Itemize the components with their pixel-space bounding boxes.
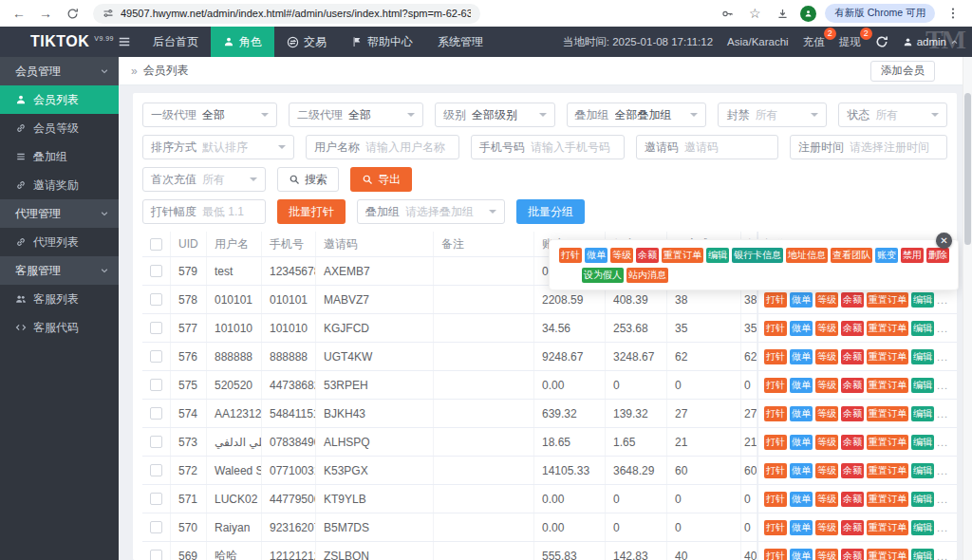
row-action-button[interactable]: 做单	[790, 349, 813, 364]
select-all-checkbox[interactable]	[150, 238, 162, 251]
filter-username-field[interactable]: 用户名称	[306, 135, 459, 159]
row-action-button[interactable]: 等级	[815, 321, 838, 336]
filter-sort-select[interactable]: 排序方式默认排序	[142, 135, 294, 159]
sidebar-item-support-code[interactable]: 客服代码	[0, 313, 119, 342]
row-action-button[interactable]: 等级	[815, 463, 838, 478]
row-action-button[interactable]: 余额	[841, 292, 864, 308]
popup-action-button[interactable]: 做单	[585, 248, 608, 263]
row-action-button[interactable]: 等级	[815, 406, 838, 421]
row-action-button[interactable]: 打针	[764, 321, 787, 336]
row-action-button[interactable]: 编辑	[911, 292, 934, 308]
row-checkbox[interactable]	[150, 521, 162, 533]
row-action-button[interactable]: 做单	[790, 378, 813, 393]
row-checkbox[interactable]	[150, 350, 162, 363]
row-action-button[interactable]: 等级	[815, 492, 838, 507]
filter-first-recharge-select[interactable]: 首次充值所有	[142, 167, 266, 192]
collapse-menu-icon[interactable]	[118, 35, 131, 48]
row-action-button[interactable]: 打针	[764, 378, 787, 393]
sidebar-group-agents[interactable]: 代理管理	[0, 199, 119, 228]
row-more-actions[interactable]: ...	[937, 351, 948, 363]
sidebar-item-stack-group[interactable]: 叠加组	[0, 142, 119, 171]
row-more-actions[interactable]: ...	[937, 551, 948, 560]
invite-code-input[interactable]	[684, 140, 779, 154]
row-checkbox[interactable]	[150, 379, 162, 391]
row-action-button[interactable]: 打针	[764, 463, 787, 478]
row-checkbox[interactable]	[150, 493, 162, 505]
popup-action-button[interactable]: 银行卡信息	[732, 248, 783, 263]
row-action-button[interactable]: 打针	[764, 435, 787, 450]
row-action-button[interactable]: 余额	[841, 435, 864, 450]
row-action-button[interactable]: 编辑	[911, 492, 934, 507]
popup-action-button[interactable]: 打针	[559, 248, 582, 263]
row-action-button[interactable]: 余额	[841, 549, 864, 560]
row-action-button[interactable]: 重置订单	[867, 406, 908, 421]
back-icon[interactable]: ←	[9, 4, 28, 23]
nav-help[interactable]: 帮助中心	[339, 27, 425, 57]
bookmark-star-icon[interactable]: ☆	[745, 4, 764, 23]
row-action-button[interactable]: 重置订单	[867, 321, 908, 336]
row-action-button[interactable]: 编辑	[911, 406, 934, 421]
row-checkbox[interactable]	[150, 322, 162, 334]
filter-stack-group-select[interactable]: 叠加组全部叠加组	[567, 103, 707, 127]
page-scrollbar[interactable]	[963, 57, 972, 560]
inject-range-input[interactable]	[202, 205, 263, 218]
row-action-button[interactable]: 重置订单	[867, 292, 908, 308]
row-checkbox[interactable]	[150, 293, 162, 306]
row-action-button[interactable]: 编辑	[911, 378, 934, 393]
row-action-button[interactable]: 打针	[764, 349, 787, 364]
row-action-button[interactable]: 做单	[790, 406, 813, 421]
row-action-button[interactable]: 打针	[764, 406, 787, 421]
register-time-input[interactable]	[850, 140, 948, 154]
phone-input[interactable]	[531, 140, 626, 154]
forward-icon[interactable]: →	[36, 4, 55, 23]
sidebar-item-member-level[interactable]: 会员等级	[0, 114, 119, 142]
row-action-button[interactable]: 做单	[790, 463, 813, 478]
filter-phone-field[interactable]: 手机号码	[471, 135, 625, 159]
row-action-button[interactable]: 做单	[790, 520, 813, 535]
popup-action-button[interactable]: 查看团队	[831, 248, 872, 263]
sidebar-group-members[interactable]: 会员管理	[0, 57, 119, 85]
download-icon[interactable]	[773, 4, 792, 23]
withdraw-menu[interactable]: 提现2	[839, 35, 861, 49]
row-action-button[interactable]: 打针	[764, 492, 787, 507]
row-action-button[interactable]: 余额	[841, 321, 864, 336]
row-action-button[interactable]: 等级	[815, 292, 838, 308]
filter-level-select[interactable]: 级别全部级别	[435, 103, 554, 127]
nav-trade[interactable]: 交易	[274, 27, 339, 57]
popup-action-button[interactable]: 禁用	[901, 248, 924, 263]
popup-action-button[interactable]: 账变	[875, 248, 898, 263]
row-action-button[interactable]: 重置订单	[867, 549, 908, 560]
row-checkbox[interactable]	[150, 550, 162, 560]
row-action-button[interactable]: 编辑	[911, 435, 934, 450]
row-action-button[interactable]: 余额	[841, 520, 864, 535]
filter-invite-field[interactable]: 邀请码	[636, 135, 778, 159]
row-action-button[interactable]: 编辑	[911, 349, 934, 364]
filter-ban-select[interactable]: 封禁所有	[718, 103, 827, 127]
row-action-button[interactable]: 等级	[815, 520, 838, 535]
sidebar-item-member-list[interactable]: 会员列表	[0, 85, 119, 114]
row-action-button[interactable]: 余额	[841, 378, 864, 393]
row-action-button[interactable]: 重置订单	[867, 435, 908, 450]
refresh-icon[interactable]	[875, 35, 888, 48]
username-input[interactable]	[365, 140, 460, 154]
browser-menu-icon[interactable]	[944, 4, 963, 23]
row-action-button[interactable]: 重置订单	[867, 463, 908, 478]
row-action-button[interactable]: 做单	[790, 435, 813, 450]
row-more-actions[interactable]: ...	[937, 408, 948, 420]
row-checkbox[interactable]	[150, 436, 162, 448]
filter-status-select[interactable]: 状态所有	[838, 103, 947, 127]
row-action-button[interactable]: 做单	[790, 492, 813, 507]
password-key-icon[interactable]	[718, 4, 737, 23]
row-checkbox[interactable]	[150, 464, 162, 476]
row-action-button[interactable]: 重置订单	[867, 492, 908, 507]
sidebar-group-support[interactable]: 客服管理	[0, 256, 119, 285]
popup-action-button[interactable]: 删除	[926, 248, 949, 263]
popup-action-button[interactable]: 地址信息	[786, 248, 828, 263]
row-more-actions[interactable]: ...	[937, 522, 948, 533]
sidebar-item-invite-reward[interactable]: 邀请奖励	[0, 171, 119, 199]
filter-agent2-select[interactable]: 二级代理全部	[289, 103, 423, 127]
sidebar-item-agent-list[interactable]: 代理列表	[0, 228, 119, 256]
close-icon[interactable]: ✕	[936, 233, 952, 249]
batch-group-select[interactable]: 叠加组请选择叠加组	[357, 199, 505, 224]
row-action-button[interactable]: 做单	[790, 549, 813, 560]
